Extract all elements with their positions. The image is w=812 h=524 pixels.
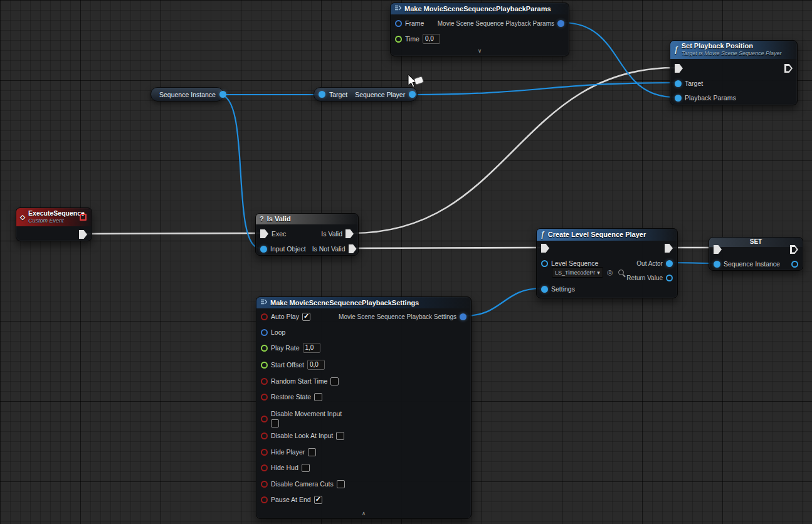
node-make-playback-settings[interactable]: Make MovieSceneSequencePlaybackSettings … xyxy=(256,296,472,519)
pin-exec-out[interactable] xyxy=(790,245,798,254)
pin-target-input[interactable] xyxy=(319,91,325,98)
pin-exec-in[interactable] xyxy=(260,229,268,238)
pin-pause-at-end-input[interactable] xyxy=(261,496,268,503)
pin-hide-player-input[interactable] xyxy=(261,449,268,456)
node-subtitle: Custom Event xyxy=(28,217,76,224)
question-icon: ? xyxy=(260,215,264,223)
wire-data-sequenceinstance-to-inputobject[interactable] xyxy=(219,95,260,248)
pin-disable-movement-input[interactable] xyxy=(261,416,268,422)
node-create-level-sequence-player[interactable]: ƒ Create Level Sequence Player Level Seq… xyxy=(536,228,678,298)
node-header: ƒ Create Level Sequence Player xyxy=(537,229,677,241)
pin-label-return-value: Return Value xyxy=(626,275,663,281)
play-rate-field[interactable]: 1,0 xyxy=(303,343,320,353)
disable-look-at-input-checkbox[interactable] xyxy=(336,432,344,440)
auto-play-checkbox[interactable] xyxy=(302,313,310,321)
collapse-chevron-icon[interactable]: ∧ xyxy=(256,510,471,518)
pin-exec-out[interactable] xyxy=(665,244,673,253)
node-title: ExecuteSequence xyxy=(28,209,76,217)
pin-start-offset-input[interactable] xyxy=(261,362,268,369)
pin-label-exec: Exec xyxy=(272,230,286,238)
function-icon: ƒ xyxy=(540,230,545,239)
disable-camera-cuts-checkbox[interactable] xyxy=(337,480,345,488)
pin-label-loop: Loop xyxy=(271,328,285,336)
node-title: Create Level Sequence Player xyxy=(548,231,646,238)
pin-level-sequence-input[interactable] xyxy=(541,260,548,267)
pin-restore-state-input[interactable] xyxy=(261,394,268,401)
pin-sequence-instance-input[interactable] xyxy=(714,261,720,268)
pin-auto-play-input[interactable] xyxy=(261,313,268,320)
collapse-chevron-icon[interactable]: ∨ xyxy=(391,47,569,55)
pin-frame-input[interactable] xyxy=(395,20,402,27)
pin-label-restore-state: Restore State xyxy=(271,393,311,401)
pin-input-object[interactable] xyxy=(260,246,267,253)
pin-exec-out[interactable] xyxy=(79,230,87,239)
pin-label-auto-play: Auto Play xyxy=(271,313,299,320)
pause-at-end-checkbox[interactable] xyxy=(314,496,322,504)
pin-is-valid-out[interactable] xyxy=(345,229,354,238)
pin-value-output[interactable] xyxy=(791,261,798,268)
wire-exec-isnotvalid-to-create[interactable] xyxy=(352,248,541,248)
wire-exec-executesequence-to-isvalid[interactable] xyxy=(87,233,261,234)
pin-label-is-valid: Is Valid xyxy=(321,230,342,238)
pin-playback-params-output[interactable] xyxy=(557,20,564,27)
pin-settings-input[interactable] xyxy=(541,286,548,293)
pin-hide-hud-input[interactable] xyxy=(261,464,268,471)
pin-exec-in[interactable] xyxy=(541,244,549,253)
pin-label-hide-player: Hide Player xyxy=(271,448,305,456)
wire-data-sequenceplayer-to-target[interactable] xyxy=(411,83,675,95)
pin-target-input[interactable] xyxy=(675,80,682,87)
pin-label-is-not-valid: Is Not Valid xyxy=(312,245,345,253)
hide-hud-checkbox[interactable] xyxy=(302,464,310,472)
disable-movement-input-checkbox[interactable] xyxy=(271,419,279,427)
hide-player-checkbox[interactable] xyxy=(308,448,316,456)
pin-exec-out[interactable] xyxy=(784,64,793,73)
pin-sequence-instance-output[interactable] xyxy=(219,91,226,98)
node-make-playback-params[interactable]: Make MovieSceneSequencePlaybackParams Fr… xyxy=(390,3,569,56)
pin-play-rate-input[interactable] xyxy=(261,345,268,352)
pin-label-target: Target xyxy=(685,80,703,87)
time-value-field[interactable]: 0,0 xyxy=(423,34,440,44)
pin-playback-params-input[interactable] xyxy=(675,95,682,102)
pin-settings-output[interactable] xyxy=(460,313,467,320)
pin-label-level-sequence: Level Sequence xyxy=(551,259,598,267)
start-offset-field[interactable]: 0,0 xyxy=(307,360,325,370)
node-set-sequence-instance[interactable]: SET Sequence Instance xyxy=(709,237,803,271)
pin-label-disable-camera-cuts: Disable Camera Cuts xyxy=(271,480,334,488)
pin-label-sequence-instance: Sequence Instance xyxy=(724,260,780,268)
pin-out-actor-output[interactable] xyxy=(666,260,673,267)
node-get-sequence-player[interactable]: Target Sequence Player xyxy=(314,87,418,102)
pin-label-play-rate: Play Rate xyxy=(271,344,300,352)
pin-exec-in[interactable] xyxy=(675,64,683,73)
make-struct-icon xyxy=(260,298,267,307)
node-is-valid[interactable]: ? Is Valid Exec Is Valid Input Object Is… xyxy=(255,213,359,256)
pin-label-random-start-time: Random Start Time xyxy=(271,377,327,385)
pin-loop-input[interactable] xyxy=(261,329,268,336)
node-set-playback-position[interactable]: ƒ Set Playback Position Target is Movie … xyxy=(670,40,798,105)
node-subtitle: Target is Movie Scene Sequence Player xyxy=(682,50,782,57)
blueprint-canvas[interactable]: { "colors": { "exec_pin": "#e2e2e2", "ob… xyxy=(0,0,812,524)
node-header: Make MovieSceneSequencePlaybackSettings xyxy=(256,297,471,308)
node-title: Make MovieSceneSequencePlaybackParams xyxy=(404,5,551,13)
node-header: ◇ ExecuteSequence Custom Event xyxy=(16,208,92,226)
node-header: ? Is Valid xyxy=(256,214,358,224)
pin-random-start-time-input[interactable] xyxy=(261,378,268,385)
pin-sequence-player-output[interactable] xyxy=(409,91,416,98)
pin-label-out-actor: Out Actor xyxy=(636,260,663,267)
pin-is-not-valid-out[interactable] xyxy=(349,244,357,253)
delegate-pin[interactable] xyxy=(80,214,87,221)
wire-data-settings-to-settings[interactable] xyxy=(465,288,541,316)
pin-disable-look-at-input[interactable] xyxy=(261,432,268,439)
pin-label-target: Target xyxy=(329,91,347,98)
pin-exec-in[interactable] xyxy=(714,245,722,254)
pin-time-input[interactable] xyxy=(395,36,402,43)
pin-label-hide-hud: Hide Hud xyxy=(271,464,298,471)
pin-disable-camera-cuts-input[interactable] xyxy=(261,481,268,488)
random-start-time-checkbox[interactable] xyxy=(330,377,339,385)
pin-label-input-object: Input Object xyxy=(270,245,306,253)
pin-label-playback-params-output: Movie Scene Sequence Playback Params xyxy=(438,20,554,27)
node-get-sequence-instance[interactable]: Sequence Instance xyxy=(150,87,224,102)
pin-return-value-output[interactable] xyxy=(666,275,673,281)
pin-label-playback-params: Playback Params xyxy=(685,94,736,102)
node-execute-sequence[interactable]: ◇ ExecuteSequence Custom Event xyxy=(16,207,92,241)
restore-state-checkbox[interactable] xyxy=(314,393,322,401)
